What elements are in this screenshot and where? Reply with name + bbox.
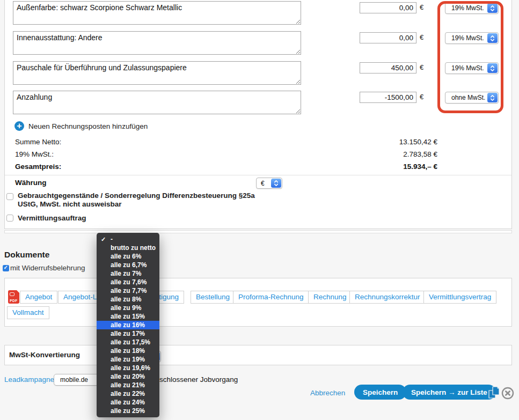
pdf-file-icon: PDF [8,290,19,304]
menu-item[interactable]: alle zu 7,7% [97,286,159,295]
section-divider [5,175,511,175]
select-stepper-icon [487,33,498,43]
line-item-amount[interactable] [360,62,416,73]
line-item-description[interactable]: Außenfarbe: schwarz Scorpione Schwarz Me… [13,1,301,25]
invoice-form-page: Außenfarbe: schwarz Scorpione Schwarz Me… [0,0,519,420]
menu-item[interactable]: alle zu 6% [97,252,159,261]
menu-item[interactable]: alle zu 22% [97,389,159,398]
currency-symbol: € [420,33,423,41]
line-item-amount[interactable] [360,92,416,103]
menu-item[interactable]: brutto zu netto [97,244,159,252]
menu-item-highlighted[interactable]: alle zu 16% [97,321,159,329]
vat-select[interactable]: ohne MwSt. [445,92,499,104]
total-netto-value: 13.150,42 € [330,138,437,146]
total-netto-label: Summe Netto: [15,138,61,146]
save-to-list-button[interactable]: Speichern → zur Liste [403,385,496,400]
currency-row-label: Währung [15,179,47,187]
currency-symbol: € [420,93,423,101]
leadkampagne-label: Leadkampagne: [4,375,56,384]
doc-button-proforma-rechnung[interactable]: Proforma-Rechnung [233,291,309,304]
differenzbesteuerung-label: Gebrauchtgegenstände / Sonderregelung Di… [18,191,318,209]
widerruf-label: mit Widerrufsbelehrung [10,264,85,272]
add-line-item-link[interactable]: Neuen Rechnungsposten hinzufügen [28,122,148,130]
copy-icon[interactable] [487,385,501,400]
select-stepper-icon [487,63,498,73]
vat-select-value: 19% MwSt. [445,64,487,72]
menu-item[interactable]: alle zu 18% [97,347,159,355]
select-stepper-icon [487,3,498,13]
currency-symbol: € [420,63,423,71]
close-circle-icon[interactable] [501,387,514,400]
differenzbesteuerung-label-line1: Gebrauchtgegenstände / Sonderregelung Di… [18,191,318,200]
vat-select-value: 19% MwSt. [445,4,487,12]
menu-item[interactable]: alle zu 8% [97,295,159,304]
menu-item[interactable]: alle zu 25% [97,407,159,415]
doc-button-vollmacht[interactable]: Vollmacht [7,306,49,319]
widerruf-checkbox[interactable] [3,265,9,271]
currency-select-value: € [257,180,271,187]
menu-item[interactable]: alle zu 17% [97,329,159,338]
menu-item[interactable]: alle zu 21% [97,381,159,389]
cancel-link[interactable]: Abbrechen [310,389,345,397]
jobvorgang-label: schlossener Jobvorgang [159,375,238,384]
menu-item[interactable]: alle zu 15% [97,312,159,321]
mwst-konvertierung-label: MwSt-Konvertierung [9,351,80,359]
line-item-amount[interactable] [360,2,416,13]
menu-item[interactable]: alle zu 7% [97,269,159,278]
total-vat-value: 2.783,58 € [330,150,437,158]
doc-button-rechnung[interactable]: Rechnung [308,291,352,304]
doc-button-angebot[interactable]: Angebot [20,291,57,304]
total-gross-value: 15.934,– € [330,163,437,171]
menu-item[interactable]: alle zu 9% [97,304,159,312]
menu-item[interactable]: - [97,235,159,244]
total-gross-label: Gesamtpreis: [15,163,61,171]
vermittlungsauftrag-label: Vermittlungsauftrag [18,214,86,223]
menu-item[interactable]: alle zu 17,5% [97,338,159,347]
vat-select-value: ohne MwSt. [445,94,487,101]
vermittlungsauftrag-checkbox[interactable] [6,215,13,222]
vat-select-value: 19% MwSt. [445,34,487,42]
vat-select[interactable]: 19% MwSt. [445,32,499,44]
line-item-description[interactable]: Anzahlung [13,91,301,114]
menu-item[interactable]: alle zu 24% [97,398,159,407]
doc-button-vermittlungsvertrag[interactable]: Vermittlungsvertrag [423,291,496,304]
doc-button-bestellung[interactable]: Bestellung [191,291,235,304]
select-stepper-icon [271,179,281,188]
vat-select[interactable]: 19% MwSt. [445,2,499,14]
select-stepper-icon [487,93,498,102]
save-button[interactable]: Speichern [354,385,406,400]
documents-heading: Dokumente [4,250,49,260]
total-vat-label: 19% MwSt.: [15,150,54,158]
doc-button-angebot-l[interactable]: Angebot-L [58,291,102,304]
differenzbesteuerung-checkbox[interactable] [6,193,13,200]
currency-symbol: € [420,3,423,11]
mwst-konvertierung-panel [4,345,512,365]
collapsed-panel-strip [4,230,512,233]
line-item-description[interactable]: Innenausstattung: Andere [13,31,301,55]
add-line-item-icon[interactable]: + [14,121,24,131]
line-item-amount[interactable] [360,32,416,43]
mwst-conversion-dropdown-menu: - brutto zu netto alle zu 6% alle zu 6,7… [97,233,159,417]
menu-item[interactable]: alle zu 19% [97,355,159,364]
pdf-icon-label: PDF [8,299,19,303]
menu-item[interactable]: alle zu 19,6% [97,364,159,372]
vat-select[interactable]: 19% MwSt. [445,62,499,74]
menu-item[interactable]: alle zu 6,7% [97,261,159,269]
doc-button-rechnungskorrektur[interactable]: Rechnungskorrektur [349,291,426,304]
menu-item[interactable]: alle zu 20% [97,372,159,381]
line-item-description[interactable]: Pauschale für Überführung und Zulassungs… [13,61,301,85]
pdf-curl-mark [10,292,14,296]
menu-item[interactable]: alle zu 7,6% [97,278,159,286]
currency-select[interactable]: € [256,178,282,189]
differenzbesteuerung-label-line2: UStG, MwSt. nicht ausweisbar [18,200,318,209]
